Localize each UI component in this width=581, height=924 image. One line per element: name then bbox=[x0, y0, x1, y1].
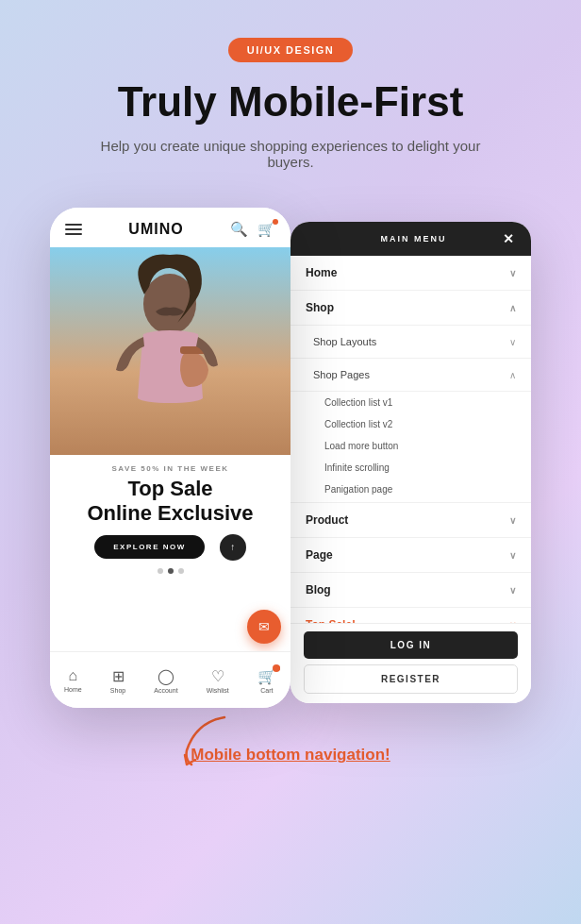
menu-item-page[interactable]: Page ∨ bbox=[290, 538, 531, 573]
cart-icon[interactable]: 🛒 bbox=[257, 221, 275, 238]
hero-buttons-row: EXPLORE NOW ↑ bbox=[65, 534, 275, 561]
carousel-dots bbox=[65, 568, 275, 574]
nav-home[interactable]: ⌂ Home bbox=[64, 667, 82, 693]
hero-image bbox=[50, 247, 290, 455]
nav-wishlist-label: Wishlist bbox=[207, 687, 229, 694]
phones-container: UMINO 🔍 🛒 bbox=[26, 208, 555, 708]
dot-2[interactable] bbox=[168, 568, 174, 574]
chat-fab[interactable]: ✉ bbox=[247, 610, 281, 644]
annotation-arrow bbox=[177, 713, 253, 769]
menu-item-infinite[interactable]: Infinite scrolling bbox=[290, 457, 531, 479]
chevron-up-icon: ∧ bbox=[509, 303, 516, 313]
menu-item-load-more[interactable]: Load more button bbox=[290, 435, 531, 457]
heart-icon: ♡ bbox=[211, 667, 224, 685]
menu-item-home[interactable]: Home ∨ bbox=[290, 256, 531, 291]
login-button[interactable]: LOG IN bbox=[304, 631, 518, 659]
chevron-down-icon: ∨ bbox=[509, 268, 516, 278]
header-icons: 🔍 🛒 bbox=[230, 221, 275, 238]
right-menu-panel: MAIN MENU ✕ Home ∨ Shop ∧ Shop Layouts ∨… bbox=[290, 222, 531, 703]
nav-home-label: Home bbox=[64, 686, 82, 693]
menu-item-pagination[interactable]: Panigation page bbox=[290, 479, 531, 503]
search-icon[interactable]: 🔍 bbox=[230, 221, 248, 238]
menu-title: MAIN MENU bbox=[381, 234, 447, 244]
shop-pages-label: Shop Pages bbox=[313, 369, 370, 380]
home-icon: ⌂ bbox=[69, 667, 78, 684]
menu-items-list: Home ∨ Shop ∧ Shop Layouts ∨ Shop Pages … bbox=[290, 256, 531, 643]
menu-item-blog[interactable]: Blog ∨ bbox=[290, 573, 531, 608]
sale-title: Top Sale Online Exclusive bbox=[65, 477, 275, 525]
dot-1[interactable] bbox=[158, 568, 163, 574]
blog-label: Blog bbox=[306, 583, 331, 596]
explore-button[interactable]: EXPLORE NOW bbox=[94, 535, 205, 559]
menu-item-shop-label: Shop bbox=[306, 301, 334, 314]
shop-layouts-label: Shop Layouts bbox=[313, 336, 376, 347]
bottom-nav: ⌂ Home ⊞ Shop ◯ Account ♡ Wishlist 🛒 Car bbox=[50, 651, 290, 708]
account-icon: ◯ bbox=[158, 667, 174, 685]
cart-nav-icon: 🛒 bbox=[257, 667, 276, 685]
close-icon[interactable]: ✕ bbox=[503, 231, 516, 246]
phone-header: UMINO 🔍 🛒 bbox=[50, 208, 290, 247]
phone-logo: UMINO bbox=[128, 221, 183, 238]
nav-cart-label: Cart bbox=[260, 687, 273, 694]
nav-account[interactable]: ◯ Account bbox=[154, 667, 177, 694]
menu-item-shop-pages[interactable]: Shop Pages ∧ bbox=[290, 359, 531, 392]
nav-shop-label: Shop bbox=[110, 687, 125, 694]
menu-item-product[interactable]: Product ∨ bbox=[290, 503, 531, 538]
nav-wishlist[interactable]: ♡ Wishlist bbox=[207, 667, 229, 694]
chevron-down-icon-2: ∨ bbox=[509, 337, 516, 347]
menu-item-collection-v2[interactable]: Collection list v2 bbox=[290, 413, 531, 435]
hamburger-icon[interactable] bbox=[65, 224, 82, 235]
ui-ux-badge: UI/UX DESIGN bbox=[228, 38, 354, 62]
menu-item-shop-layouts[interactable]: Shop Layouts ∨ bbox=[290, 326, 531, 359]
chevron-down-icon-3: ∨ bbox=[509, 515, 516, 526]
hero-content: SAVE 50% IN THE WEEK Top Sale Online Exc… bbox=[50, 455, 290, 589]
nav-account-label: Account bbox=[154, 687, 177, 694]
chevron-down-icon-4: ∨ bbox=[509, 550, 516, 561]
collection-v2-label: Collection list v2 bbox=[324, 419, 392, 429]
chevron-up-icon-2: ∧ bbox=[509, 370, 516, 380]
dot-3[interactable] bbox=[178, 568, 184, 574]
nav-cart[interactable]: 🛒 Cart bbox=[257, 667, 276, 694]
hero-title: Truly Mobile-First bbox=[118, 79, 464, 125]
nav-shop[interactable]: ⊞ Shop bbox=[110, 667, 125, 694]
menu-footer: LOG IN REGISTER bbox=[290, 623, 531, 703]
page-label: Page bbox=[306, 548, 333, 562]
menu-item-home-label: Home bbox=[306, 266, 337, 279]
chevron-down-icon-5: ∨ bbox=[509, 585, 516, 596]
save-text: SAVE 50% IN THE WEEK bbox=[65, 464, 275, 473]
arrow-up-button[interactable]: ↑ bbox=[220, 534, 246, 561]
collection-v1-label: Collection list v1 bbox=[324, 397, 392, 408]
infinite-scrolling-label: Infinite scrolling bbox=[324, 462, 390, 473]
load-more-label: Load more button bbox=[324, 441, 398, 451]
left-phone: UMINO 🔍 🛒 bbox=[50, 208, 290, 708]
product-label: Product bbox=[306, 513, 348, 527]
menu-item-collection-v1[interactable]: Collection list v1 bbox=[290, 392, 531, 413]
shop-icon: ⊞ bbox=[112, 667, 124, 685]
menu-item-shop[interactable]: Shop ∧ bbox=[290, 291, 531, 326]
annotation-area: Mobile bottom navigation! bbox=[26, 717, 555, 793]
menu-header: MAIN MENU ✕ bbox=[290, 222, 531, 256]
pagination-label: Panigation page bbox=[324, 484, 392, 495]
hero-subtitle: Help you create unique shopping experien… bbox=[92, 138, 489, 170]
register-button[interactable]: REGISTER bbox=[304, 664, 518, 694]
